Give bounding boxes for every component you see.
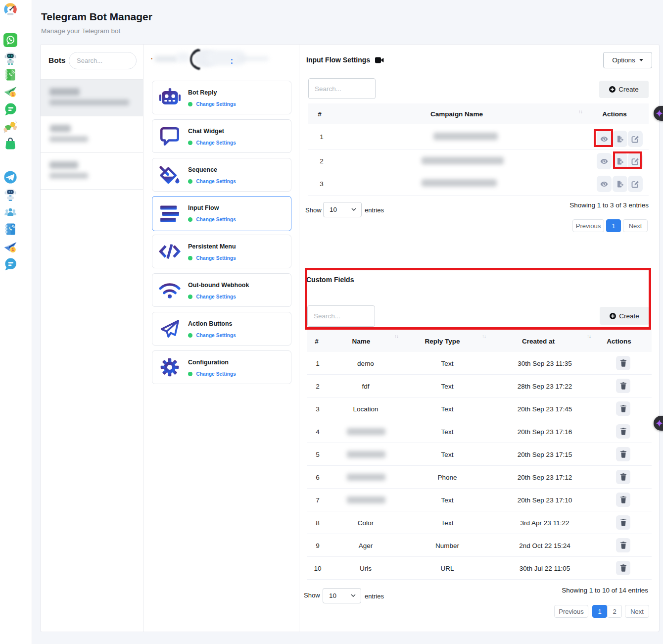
- create-label: Create: [619, 312, 639, 320]
- view-button[interactable]: [597, 131, 612, 147]
- delete-button[interactable]: [616, 379, 630, 393]
- cell-num: 2: [320, 157, 324, 164]
- view-button[interactable]: [597, 176, 612, 192]
- column-header-num: #: [315, 338, 319, 345]
- delete-button[interactable]: [616, 515, 630, 530]
- delete-button[interactable]: [616, 470, 630, 484]
- chat-widget-icon: [159, 126, 181, 146]
- sort-icon[interactable]: ↑↓: [578, 109, 582, 114]
- icon-graphic: [3, 187, 17, 201]
- edit-button[interactable]: [628, 131, 643, 147]
- edit-square-icon: [631, 180, 639, 188]
- chevron-down-icon: [351, 594, 356, 597]
- export-button[interactable]: [613, 176, 627, 192]
- delete-button[interactable]: [616, 538, 630, 552]
- status-dot: [188, 102, 192, 106]
- change-settings-link[interactable]: Change Settings: [188, 371, 236, 377]
- icon-graphic: [160, 205, 180, 222]
- delete-button[interactable]: [616, 447, 630, 461]
- chat-bubble-blue-icon[interactable]: [3, 257, 17, 271]
- page-previous-button[interactable]: Previous: [572, 219, 604, 232]
- sort-icon-active[interactable]: ↑↓: [587, 334, 591, 339]
- show-label: Show: [305, 206, 322, 214]
- page-next-button[interactable]: Next: [623, 219, 648, 232]
- column-header-name[interactable]: Name: [352, 338, 371, 345]
- change-settings-link[interactable]: Change Settings: [188, 217, 236, 222]
- cell-created-at: 20th Sep 23 17:15: [518, 450, 572, 458]
- contacts-blue-icon[interactable]: [3, 222, 17, 236]
- bot-list-item[interactable]: [41, 116, 143, 153]
- delete-button[interactable]: [616, 561, 630, 575]
- sort-icon[interactable]: ↑↓: [482, 334, 486, 339]
- settings-card-sequence[interactable]: Sequence Change Settings: [152, 158, 291, 192]
- change-settings-link[interactable]: Change Settings: [188, 101, 236, 107]
- contacts-green-icon[interactable]: [3, 68, 17, 82]
- settings-card-persistent-menu[interactable]: Persistent Menu Change Settings: [152, 235, 291, 268]
- shopping-bag-icon[interactable]: [3, 137, 17, 150]
- people-group-icon[interactable]: [3, 205, 17, 219]
- video-camera-icon: [375, 56, 384, 64]
- bot-list-item[interactable]: [41, 153, 143, 190]
- settings-card-configuration[interactable]: Configuration Change Settings: [152, 350, 291, 384]
- column-header-reply-type[interactable]: Reply Type: [425, 338, 460, 345]
- flow-table-row: 2: [308, 149, 649, 172]
- delete-button[interactable]: [616, 401, 630, 416]
- cell-reply-type: Number: [435, 542, 459, 549]
- bot-list-item[interactable]: [41, 80, 143, 116]
- settings-card-chat-widget[interactable]: Chat Widget Change Settings: [152, 119, 291, 153]
- export-button[interactable]: [613, 131, 627, 147]
- column-header-campaign[interactable]: Campaign Name: [430, 110, 483, 118]
- custom-create-button[interactable]: Create: [600, 307, 649, 325]
- flow-create-button[interactable]: Create: [599, 81, 649, 98]
- trash-icon: [620, 382, 627, 390]
- delete-button[interactable]: [616, 493, 630, 507]
- per-page-select[interactable]: 10: [323, 588, 361, 603]
- edit-button[interactable]: [628, 176, 643, 192]
- page-number-button[interactable]: 1: [606, 219, 621, 232]
- export-button[interactable]: [613, 153, 627, 169]
- sort-icon[interactable]: ↑↓: [394, 334, 398, 339]
- options-dropdown-button[interactable]: Options: [603, 52, 652, 68]
- paper-plane-badge-blue-icon[interactable]: 1: [3, 241, 17, 254]
- settings-card-outbound-webhook[interactable]: Out-bound Webhook Change Settings: [152, 273, 291, 307]
- redacted-campaign-name: [433, 133, 498, 140]
- chat-bubble-green-icon[interactable]: [3, 102, 17, 116]
- puzzle-hands-icon[interactable]: [3, 120, 17, 134]
- view-button[interactable]: [597, 153, 612, 169]
- page-number-button[interactable]: 1: [592, 605, 607, 618]
- cell-num: 10: [314, 564, 321, 572]
- change-settings-link[interactable]: Change Settings: [188, 255, 236, 261]
- robot-teal-icon[interactable]: [3, 51, 17, 65]
- custom-table-row: 7 Text 20th Sep 23 17:10: [307, 489, 652, 511]
- wifi-icon: [159, 280, 181, 300]
- bots-search-input[interactable]: [69, 52, 137, 69]
- edit-button[interactable]: [628, 153, 643, 169]
- page-number-button[interactable]: 2: [607, 605, 622, 618]
- change-settings-link[interactable]: Change Settings: [188, 294, 236, 299]
- change-settings-link[interactable]: Change Settings: [188, 333, 236, 338]
- change-settings-link[interactable]: Change Settings: [188, 140, 236, 146]
- cell-num: 1: [320, 133, 324, 141]
- robot-blue-icon[interactable]: [3, 187, 17, 201]
- flow-search-input[interactable]: [308, 78, 376, 99]
- per-page-select[interactable]: 10: [323, 202, 362, 217]
- change-settings-link[interactable]: Change Settings: [188, 179, 236, 184]
- section-title-row: Input Flow Settings: [306, 56, 384, 64]
- whatsapp-icon[interactable]: [3, 33, 17, 47]
- custom-search-input[interactable]: [307, 305, 375, 327]
- edit-square-icon: [631, 135, 639, 143]
- speedometer-icon[interactable]: [3, 2, 17, 16]
- cell-name: Location: [353, 405, 378, 412]
- delete-button[interactable]: [616, 424, 630, 439]
- delete-button[interactable]: [616, 356, 630, 370]
- status-dot: [188, 256, 192, 260]
- settings-card-bot-reply[interactable]: Bot Reply Change Settings: [152, 81, 291, 114]
- settings-card-action-buttons[interactable]: Action Buttons Change Settings: [152, 312, 291, 346]
- icon-graphic: [3, 257, 17, 271]
- paper-plane-badge-green-icon[interactable]: 1: [3, 85, 17, 99]
- page-previous-button[interactable]: Previous: [554, 605, 588, 618]
- page-next-button[interactable]: Next: [625, 605, 649, 618]
- column-header-created-at[interactable]: Created at: [522, 338, 555, 345]
- telegram-icon[interactable]: [3, 170, 17, 184]
- settings-card-input-flow[interactable]: Input Flow Change Settings: [152, 196, 291, 231]
